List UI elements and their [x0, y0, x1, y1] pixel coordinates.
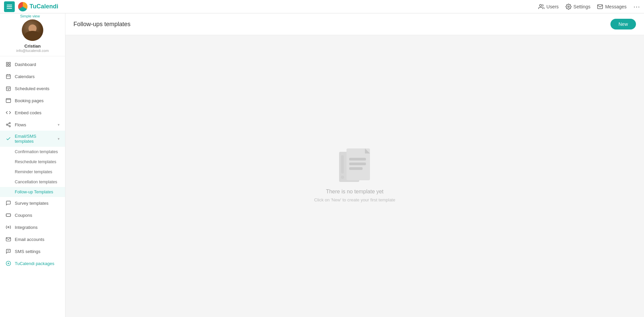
profile-name: Cristian [24, 44, 41, 49]
sidebar-item-integrations[interactable]: Integrations [0, 221, 65, 233]
sidebar-label-embed-codes: Embed codes [15, 110, 42, 115]
svg-point-25 [8, 227, 9, 228]
sidebar-label-dashboard: Dashboard [15, 62, 36, 67]
coupon-icon [5, 212, 11, 218]
sidebar-label-survey-templates: Survey templates [15, 201, 48, 206]
code-icon [5, 110, 11, 116]
content-header: Follow-ups templates New [65, 13, 644, 35]
sidebar-label-sms-settings: SMS settings [15, 249, 41, 254]
sidebar-item-reminder-templates[interactable]: Reminder templates [0, 167, 65, 177]
cancellation-templates-label: Cancellation templates [15, 180, 57, 184]
svg-rect-38 [341, 155, 344, 174]
svg-rect-36 [349, 163, 366, 165]
email-sms-chevron-icon: ▾ [58, 137, 60, 141]
nav-left: TuCalendi [4, 1, 58, 12]
logo-icon [18, 2, 28, 11]
integrations-icon [5, 224, 11, 230]
check-circle-icon [5, 136, 11, 142]
svg-line-21 [8, 123, 9, 124]
svg-rect-13 [6, 87, 10, 91]
sidebar-label-flows: Flows [15, 122, 26, 127]
hamburger-button[interactable] [4, 1, 15, 12]
checkmark-calendar-icon [5, 85, 11, 91]
gear-icon [566, 4, 572, 10]
packages-icon [5, 260, 11, 266]
sidebar-item-cancellation-templates[interactable]: Cancellation templates [0, 177, 65, 187]
svg-rect-8 [6, 65, 8, 66]
svg-rect-6 [9, 62, 10, 64]
svg-point-17 [9, 122, 10, 124]
more-menu-button[interactable]: ⋯ [633, 3, 640, 11]
email-envelope-icon [5, 236, 11, 242]
avatar [22, 19, 43, 41]
sidebar-item-embed-codes[interactable]: Embed codes [0, 107, 65, 119]
grid-icon [5, 61, 11, 67]
reminder-templates-label: Reminder templates [15, 170, 52, 174]
svg-point-18 [6, 124, 8, 125]
svg-rect-15 [6, 99, 10, 103]
main-layout: Cristian info@tucalendi.com Dashboard [0, 13, 644, 317]
svg-point-3 [540, 4, 542, 6]
sidebar-item-email-accounts[interactable]: Email accounts [0, 233, 65, 245]
sidebar-item-sms-settings[interactable]: SMS settings [0, 245, 65, 257]
sidebar-label-integrations: Integrations [15, 225, 38, 230]
svg-rect-1 [7, 6, 12, 7]
svg-point-19 [9, 126, 10, 127]
sidebar-item-tucalendi-packages[interactable]: TuCalendi packages [0, 257, 65, 269]
svg-rect-2 [7, 8, 12, 9]
messages-link[interactable]: Messages [597, 4, 627, 10]
sidebar-item-dashboard[interactable]: Dashboard [0, 58, 65, 70]
sidebar-label-tucalendi-packages: TuCalendi packages [15, 261, 54, 266]
settings-link[interactable]: Settings [566, 4, 591, 10]
sidebar-item-booking-pages[interactable]: Booking pages [0, 94, 65, 107]
messages-icon [597, 4, 603, 10]
svg-point-4 [568, 6, 569, 7]
survey-icon [5, 200, 11, 206]
sidebar-item-calendars[interactable]: Calendars [0, 70, 65, 82]
svg-rect-9 [6, 75, 10, 79]
sidebar-item-scheduled-events[interactable]: Scheduled events [0, 82, 65, 94]
sidebar-item-email-sms-templates[interactable]: Email/SMS templates ▾ [0, 131, 65, 147]
nav-right: Users Settings Messages ⋯ [538, 3, 640, 11]
sidebar-item-reschedule-templates[interactable]: Reschedule templates [0, 157, 65, 167]
flows-icon [5, 122, 11, 128]
sidebar-label-coupons: Coupons [15, 213, 32, 218]
reschedule-templates-label: Reschedule templates [15, 160, 56, 164]
sidebar-label-email-accounts: Email accounts [15, 237, 44, 242]
sidebar-item-confirmation-templates[interactable]: Confirmation templates [0, 147, 65, 157]
sidebar-label-booking-pages: Booking pages [15, 98, 44, 103]
sidebar-item-flows[interactable]: Flows ▾ [0, 119, 65, 131]
sidebar-navigation: Dashboard Calendars [0, 56, 65, 317]
sidebar: Cristian info@tucalendi.com Dashboard [0, 13, 65, 317]
top-navigation: TuCalendi Users Settings [0, 0, 644, 13]
svg-point-39 [341, 176, 344, 179]
sidebar-label-calendars: Calendars [15, 74, 35, 79]
main-content: Follow-ups templates New Ther [65, 13, 644, 317]
svg-rect-5 [6, 62, 8, 64]
email-sms-submenu: Confirmation templates Reschedule templa… [0, 147, 65, 197]
empty-state: There is no template yet Click on 'New' … [65, 35, 644, 312]
logo[interactable]: TuCalendi [18, 2, 58, 11]
sidebar-item-coupons[interactable]: Coupons [0, 209, 65, 221]
svg-rect-37 [349, 167, 363, 170]
new-button[interactable]: New [610, 19, 636, 29]
svg-line-20 [8, 125, 9, 126]
svg-rect-7 [9, 65, 10, 66]
page-title: Follow-ups templates [73, 21, 130, 28]
logo-text: TuCalendi [30, 3, 58, 10]
sidebar-label-email-sms-templates: Email/SMS templates [15, 134, 54, 144]
empty-state-subtitle: Click on 'New' to create your first temp… [314, 197, 395, 202]
profile-email: info@tucalendi.com [16, 49, 49, 53]
flows-chevron-icon: ▾ [58, 123, 60, 127]
empty-state-title: There is no template yet [326, 189, 384, 195]
users-link[interactable]: Users [538, 4, 559, 10]
browser-icon [5, 98, 11, 104]
sidebar-item-survey-templates[interactable]: Survey templates [0, 197, 65, 209]
sms-icon [5, 248, 11, 254]
empty-state-illustration [336, 145, 373, 189]
simple-view-label: Simple view [20, 14, 40, 18]
sidebar-item-follow-up-templates[interactable]: Follow-up Templates [0, 187, 65, 197]
follow-up-templates-label: Follow-up Templates [15, 190, 53, 194]
profile-section: Cristian info@tucalendi.com [0, 13, 65, 56]
confirmation-templates-label: Confirmation templates [15, 149, 58, 154]
